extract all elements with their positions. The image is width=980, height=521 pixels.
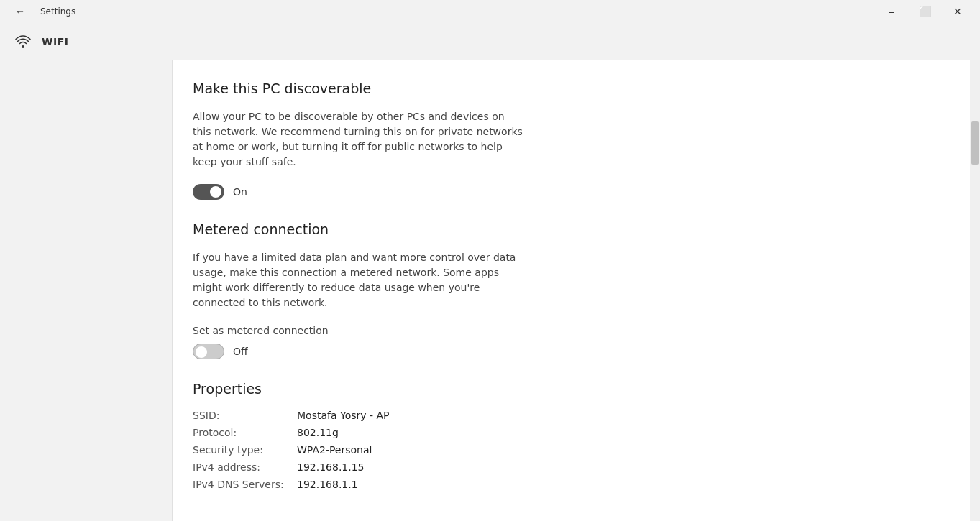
metered-sub-label: Set as metered connection <box>193 325 941 336</box>
main-layout: Make this PC discoverable Allow your PC … <box>0 60 980 521</box>
property-value: 802.11g <box>297 427 339 438</box>
property-value: 192.168.1.15 <box>297 461 365 473</box>
title-bar-title: Settings <box>40 6 75 17</box>
toggle-knob <box>210 186 221 198</box>
metered-title: Metered connection <box>193 221 941 237</box>
metered-description: If you have a limited data plan and want… <box>193 250 523 310</box>
scrollbar-thumb[interactable] <box>971 121 979 165</box>
wifi-icon <box>14 33 32 50</box>
property-value: Mostafa Yosry - AP <box>297 410 390 421</box>
property-key: Security type: <box>193 444 297 456</box>
metered-toggle-label: Off <box>233 346 248 357</box>
metered-toggle[interactable] <box>193 344 224 359</box>
sidebar <box>0 60 173 521</box>
maximize-button[interactable]: ⬜ <box>908 0 941 23</box>
discoverable-toggle-row: On <box>193 184 941 200</box>
discoverable-toggle-label: On <box>233 186 247 198</box>
minimize-button[interactable]: – <box>875 0 908 23</box>
back-button[interactable]: ← <box>6 0 35 23</box>
discoverable-toggle[interactable] <box>193 184 224 200</box>
svg-point-0 <box>22 45 24 48</box>
property-row: Protocol:802.11g <box>193 427 941 438</box>
properties-title: Properties <box>193 381 941 397</box>
property-key: SSID: <box>193 410 297 421</box>
property-row: IPv4 DNS Servers:192.168.1.1 <box>193 479 941 490</box>
content-area: Make this PC discoverable Allow your PC … <box>173 60 970 521</box>
property-value: 192.168.1.1 <box>297 479 358 490</box>
title-bar: ← Settings – ⬜ ✕ <box>0 0 980 23</box>
property-row: SSID:Mostafa Yosry - AP <box>193 410 941 421</box>
property-key: IPv4 address: <box>193 461 297 473</box>
scrollbar[interactable] <box>970 60 980 521</box>
app-header: WIFI <box>0 23 980 60</box>
property-row: IPv4 address:192.168.1.15 <box>193 461 941 473</box>
discoverable-section: Make this PC discoverable Allow your PC … <box>193 80 941 200</box>
properties-rows: SSID:Mostafa Yosry - APProtocol:802.11gS… <box>193 410 941 490</box>
metered-toggle-knob <box>196 346 207 358</box>
window-controls: – ⬜ ✕ <box>875 0 974 23</box>
close-button[interactable]: ✕ <box>941 0 974 23</box>
property-row: Security type:WPA2-Personal <box>193 444 941 456</box>
metered-toggle-row: Off <box>193 344 941 359</box>
property-key: IPv4 DNS Servers: <box>193 479 297 490</box>
app-title: WIFI <box>42 36 68 47</box>
title-bar-left: ← Settings <box>6 0 75 23</box>
property-key: Protocol: <box>193 427 297 438</box>
property-value: WPA2-Personal <box>297 444 372 456</box>
properties-section: Properties SSID:Mostafa Yosry - APProtoc… <box>193 381 941 490</box>
metered-section: Metered connection If you have a limited… <box>193 221 941 359</box>
discoverable-title: Make this PC discoverable <box>193 80 941 96</box>
discoverable-description: Allow your PC to be discoverable by othe… <box>193 109 523 170</box>
